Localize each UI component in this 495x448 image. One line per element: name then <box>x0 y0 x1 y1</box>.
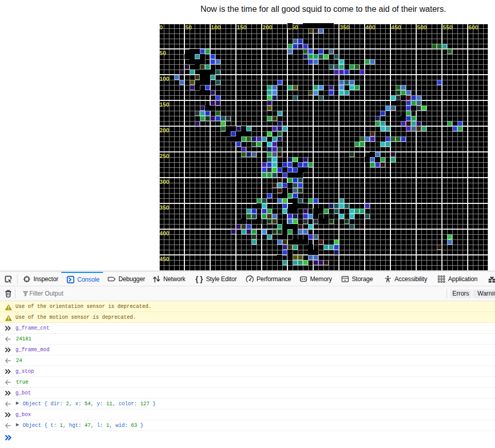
svg-text:400: 400 <box>160 230 169 236</box>
svg-text:200: 200 <box>160 127 169 133</box>
svg-text:0: 0 <box>160 24 163 30</box>
svg-text:50: 50 <box>185 24 192 30</box>
svg-text:{: { <box>195 275 198 283</box>
svg-text:250: 250 <box>160 153 169 159</box>
svg-text:}: } <box>200 275 203 283</box>
svg-text:300: 300 <box>160 179 169 185</box>
svg-text:450: 450 <box>391 24 401 30</box>
svg-text:600: 600 <box>469 24 479 30</box>
svg-text:50: 50 <box>160 50 166 56</box>
svg-text:150: 150 <box>160 101 169 108</box>
svg-text:200: 200 <box>263 24 272 30</box>
svg-text:550: 550 <box>443 24 453 30</box>
svg-text:500: 500 <box>417 24 427 30</box>
svg-text:150: 150 <box>237 24 247 30</box>
svg-text:350: 350 <box>340 24 350 30</box>
svg-text:100: 100 <box>160 76 169 82</box>
svg-text:100: 100 <box>211 24 221 30</box>
svg-text:350: 350 <box>160 204 169 211</box>
svg-text:400: 400 <box>366 24 375 30</box>
svg-text:450: 450 <box>160 256 169 262</box>
